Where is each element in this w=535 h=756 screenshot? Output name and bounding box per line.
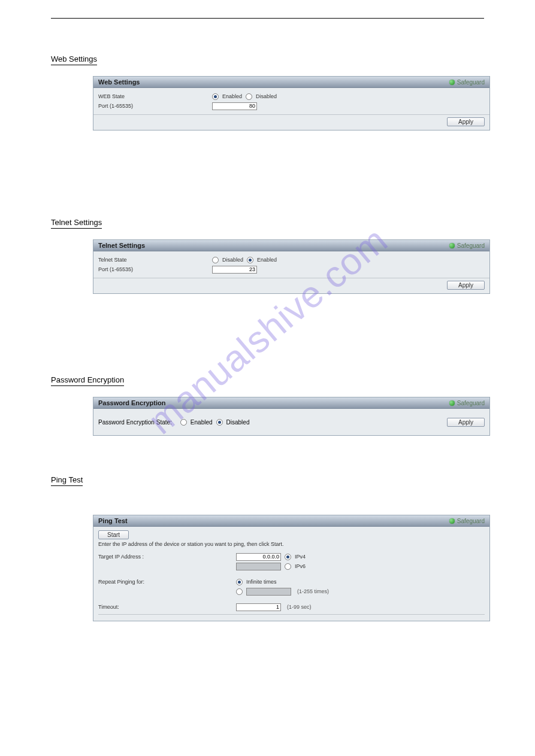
telnet-state-enabled-radio[interactable] <box>247 257 253 263</box>
safeguard-dot-icon <box>449 80 455 85</box>
section-heading-ping: Ping Test <box>51 475 83 486</box>
safeguard-dot-icon <box>449 400 455 406</box>
password-state-label: Password Encryption State: <box>98 419 172 426</box>
count-radio[interactable] <box>236 588 243 595</box>
ipv4-label: IPv4 <box>295 554 306 560</box>
password-enabled-radio[interactable] <box>180 419 187 426</box>
password-encryption-panel: Password Encryption Safeguard Password E… <box>93 397 490 436</box>
web-port-label: Port (1-65535) <box>98 103 212 109</box>
safeguard-dot-icon <box>449 518 455 524</box>
repeat-label: Repeat Pinging for: <box>98 579 236 585</box>
panel-header-password: Password Encryption Safeguard <box>93 397 489 409</box>
panel-header-web: Web Settings Safeguard <box>93 77 489 88</box>
ipv4-radio[interactable] <box>285 554 291 560</box>
web-settings-panel: Web Settings Safeguard WEB State Enabled <box>93 76 490 130</box>
web-state-disabled-radio[interactable] <box>246 93 252 100</box>
ipv6-label: IPv6 <box>295 563 306 569</box>
telnet-state-disabled-radio[interactable] <box>212 257 219 263</box>
web-apply-button[interactable]: Apply <box>447 117 485 126</box>
timeout-input[interactable] <box>236 603 281 611</box>
panel-header-telnet: Telnet Settings Safeguard <box>93 240 489 251</box>
ping-instruction-text: Enter the IP address of the device or st… <box>98 541 485 547</box>
telnet-port-input[interactable] <box>212 266 257 274</box>
safeguard-label: Safeguard <box>457 242 485 249</box>
web-state-enabled-radio[interactable] <box>212 93 219 100</box>
panel-title: Telnet Settings <box>98 242 145 249</box>
target-ip-label: Target IP Address : <box>98 554 236 560</box>
ping-test-panel: Ping Test Safeguard Start Enter the IP a… <box>93 515 490 621</box>
panel-title: Web Settings <box>98 78 140 86</box>
separator-line <box>98 614 485 615</box>
disabled-label: Disabled <box>222 257 243 263</box>
infinite-label: Infinite times <box>246 579 277 585</box>
count-hint: (1-255 times) <box>297 588 329 594</box>
ipv6-radio[interactable] <box>285 563 291 570</box>
section-heading-password-encryption: Password Encryption <box>51 375 124 386</box>
timeout-hint: (1-99 sec) <box>287 604 312 610</box>
safeguard-badge: Safeguard <box>449 79 485 86</box>
enabled-label: Enabled <box>257 257 277 263</box>
telnet-settings-panel: Telnet Settings Safeguard Telnet State D… <box>93 239 490 294</box>
enabled-label: Enabled <box>222 93 242 99</box>
infinite-radio[interactable] <box>236 579 243 585</box>
enabled-label: Enabled <box>191 419 213 426</box>
panel-title: Ping Test <box>98 517 128 524</box>
safeguard-label: Safeguard <box>457 79 485 86</box>
target-ipv6-input[interactable] <box>236 563 281 570</box>
panel-header-ping: Ping Test Safeguard <box>93 515 489 527</box>
safeguard-label: Safeguard <box>457 400 485 406</box>
password-apply-button[interactable]: Apply <box>447 418 485 427</box>
disabled-label: Disabled <box>256 93 277 99</box>
safeguard-badge: Safeguard <box>449 242 485 249</box>
ping-start-button[interactable]: Start <box>98 530 129 539</box>
password-disabled-radio[interactable] <box>216 419 223 426</box>
section-heading-web: Web Settings <box>51 54 97 65</box>
safeguard-dot-icon <box>449 243 455 248</box>
panel-title: Password Encryption <box>98 399 165 406</box>
safeguard-badge: Safeguard <box>449 518 485 524</box>
disabled-label: Disabled <box>226 419 250 426</box>
section-heading-telnet: Telnet Settings <box>51 218 102 229</box>
safeguard-label: Safeguard <box>457 518 485 524</box>
top-horizontal-rule <box>51 18 484 19</box>
target-ip-input[interactable] <box>236 553 281 561</box>
telnet-state-label: Telnet State <box>98 257 212 263</box>
web-port-input[interactable] <box>212 102 257 110</box>
telnet-port-label: Port (1-65535) <box>98 266 212 272</box>
repeat-count-input[interactable] <box>246 588 291 596</box>
timeout-label: Timeout: <box>98 604 236 610</box>
safeguard-badge: Safeguard <box>449 400 485 406</box>
telnet-apply-button[interactable]: Apply <box>447 281 485 290</box>
web-state-label: WEB State <box>98 93 212 99</box>
